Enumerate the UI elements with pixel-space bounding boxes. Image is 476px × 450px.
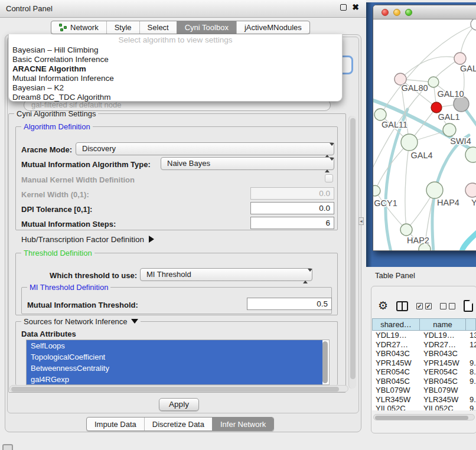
dropdown-item[interactable]: Dream8 DC_TDC Algorithm (9, 93, 342, 102)
kernel-width-field: 0.0 (250, 187, 334, 200)
checkbox-unchecked-icon[interactable] (449, 303, 455, 309)
tab-jactivemnodules[interactable]: jActiveMNodules (236, 21, 309, 34)
which-threshold-select[interactable]: MI Threshold (140, 268, 312, 281)
network-node-hap4[interactable] (426, 182, 443, 198)
tab-style[interactable]: Style (106, 21, 139, 34)
tab-discretize-data[interactable]: Discretize Data (144, 418, 212, 431)
algorithm-definition-legend: Algorithm Definition (21, 122, 93, 131)
expand-right-icon (149, 236, 154, 243)
dropdown-item[interactable]: Mutual Information Inference (9, 74, 342, 83)
network-node-gal[interactable] (454, 53, 466, 64)
network-node-gal10[interactable] (428, 77, 439, 87)
dropdown-item[interactable]: Basic Correlation Inference (9, 55, 342, 64)
data-attributes-list[interactable]: SelfLoopsTopologicalCoefficientBetweenne… (26, 340, 330, 385)
mi-type-select[interactable]: Naive Bayes (161, 157, 334, 170)
table-header: shared…name (372, 318, 476, 331)
table-cell: YER054C (420, 367, 466, 377)
network-node[interactable] (471, 19, 476, 30)
table-row[interactable]: YIL052CYIL052C9. (372, 404, 476, 410)
mi-threshold-field[interactable]: 0.5 (247, 298, 332, 310)
table-cell: YIL052C (420, 404, 466, 410)
mi-type-value: Naive Bayes (167, 159, 210, 168)
checkbox-checked-icon[interactable]: ✓ (416, 303, 423, 309)
table-cell: YBL079W (420, 386, 466, 395)
settings-horizontal-scrollbar[interactable] (9, 385, 348, 392)
tab-select[interactable]: Select (139, 21, 177, 34)
settings-vertical-scrollbar[interactable] (348, 116, 356, 389)
network-window[interactable]: GALGAL80GAL10GAL1GAL11GAL4SWI4GCY1HAP4YH… (373, 5, 476, 251)
float-window-icon[interactable] (340, 4, 347, 11)
attribute-item[interactable]: SelfLoops (27, 340, 322, 351)
table-cell: YDL19… (372, 331, 420, 340)
attr-list-scrollbar[interactable] (322, 341, 328, 383)
network-node-hap2[interactable] (400, 224, 412, 236)
table-cell: YDL19… (420, 331, 466, 340)
table-body[interactable]: YDL19…YDL19…13YDR27…YDR27…12YBR043CYBR04… (372, 331, 476, 410)
tab-cyni-toolbox[interactable]: Cyni Toolbox (177, 21, 236, 34)
apply-button[interactable]: Apply (159, 398, 199, 411)
column-header[interactable] (466, 318, 476, 331)
network-window-titlebar[interactable] (373, 5, 476, 19)
column-layout-icon[interactable] (396, 301, 408, 311)
column-header[interactable]: name (420, 318, 466, 331)
checkbox-checked-icon[interactable]: ✓ (425, 303, 432, 309)
table-cell: 12 (466, 340, 476, 350)
network-node-swi4[interactable] (465, 147, 476, 162)
attribute-item[interactable]: TopologicalCoefficient (27, 351, 322, 363)
network-node-gal4[interactable] (401, 134, 418, 151)
table-row[interactable]: YBL079WYBL079W (372, 386, 476, 395)
column-header[interactable]: shared… (372, 318, 420, 331)
table-cell: YBR043C (420, 349, 466, 358)
dpi-tolerance-field[interactable]: 0.0 (250, 202, 334, 214)
table-cell: YIL052C (372, 404, 420, 410)
table-row[interactable]: YLR345WYLR345W9. (372, 395, 476, 405)
close-panel-icon[interactable]: ✖ (352, 4, 359, 11)
close-window-icon[interactable] (382, 9, 389, 16)
threshold-definition-legend: Threshold Definition (21, 249, 94, 257)
gear-icon[interactable]: ⚙ (378, 300, 388, 312)
table-row[interactable]: YBR043CYBR043C (372, 349, 476, 358)
dropdown-items: Bayesian – Hill ClimbingBasic Correlatio… (9, 45, 342, 102)
network-node-gal11[interactable] (374, 109, 386, 120)
control-panel-titlebar: Control Panel ✖ (0, 0, 366, 18)
collapsed-panel-chip[interactable] (2, 444, 13, 450)
node-label: GAL11 (382, 120, 407, 129)
manual-kernel-checkbox[interactable] (325, 174, 333, 182)
network-node[interactable] (443, 123, 456, 136)
aracne-mode-select[interactable]: Discovery (76, 142, 334, 155)
tab-impute-data[interactable]: Impute Data (87, 418, 144, 431)
network-node-gcy1[interactable] (373, 185, 380, 196)
node-label: GAL (460, 64, 476, 73)
attribute-item[interactable]: gal4RGexp (27, 374, 322, 385)
table-row[interactable]: YDR27…YDR27…12 (372, 340, 476, 350)
checkbox-unchecked-icon[interactable] (440, 303, 446, 309)
tab-label: Style (115, 23, 132, 32)
network-tab-icon (59, 24, 67, 31)
table-panel-title: Table Panel (375, 271, 415, 280)
tab-label: Cyni Toolbox (185, 23, 229, 32)
new-table-icon[interactable] (464, 300, 473, 312)
dropdown-item[interactable]: ARACNE Algorithm (9, 64, 342, 74)
hub-definition-toggle[interactable]: Hub/Transcription Factor Definition (21, 235, 154, 244)
table-row[interactable]: YPR145WYPR145W9. (372, 358, 476, 368)
tab-network[interactable]: Network (51, 21, 106, 34)
table-row[interactable]: YDL19…YDL19…13 (372, 331, 476, 340)
table-cell: 13 (466, 331, 476, 340)
dropdown-item[interactable]: Bayesian – Hill Climbing (9, 45, 342, 55)
sources-legend[interactable]: Sources for Network Inference (21, 317, 141, 326)
which-threshold-label: Which threshold to use: (50, 271, 137, 280)
table-horizontal-scrollbar[interactable] (373, 414, 475, 420)
panel-splitter-handle[interactable]: ◄ (358, 217, 364, 225)
zoom-window-icon[interactable] (405, 9, 412, 16)
mi-steps-field[interactable]: 6 (250, 217, 334, 229)
node-label: HAP4 (437, 198, 459, 207)
tab-infer-network[interactable]: Infer Network (212, 418, 273, 431)
network-node-gal1[interactable] (431, 102, 442, 113)
table-row[interactable]: YER054CYER054C8. (372, 367, 476, 377)
table-row[interactable]: YBR045CYBR045C9. (372, 377, 476, 386)
attribute-item[interactable]: BetweennessCentrality (27, 363, 322, 374)
minimize-window-icon[interactable] (393, 9, 400, 16)
network-node-y[interactable] (465, 183, 476, 197)
network-canvas[interactable]: GALGAL80GAL10GAL1GAL11GAL4SWI4GCY1HAP4YH… (373, 19, 476, 251)
dropdown-item[interactable]: Bayesian – K2 (9, 83, 342, 93)
